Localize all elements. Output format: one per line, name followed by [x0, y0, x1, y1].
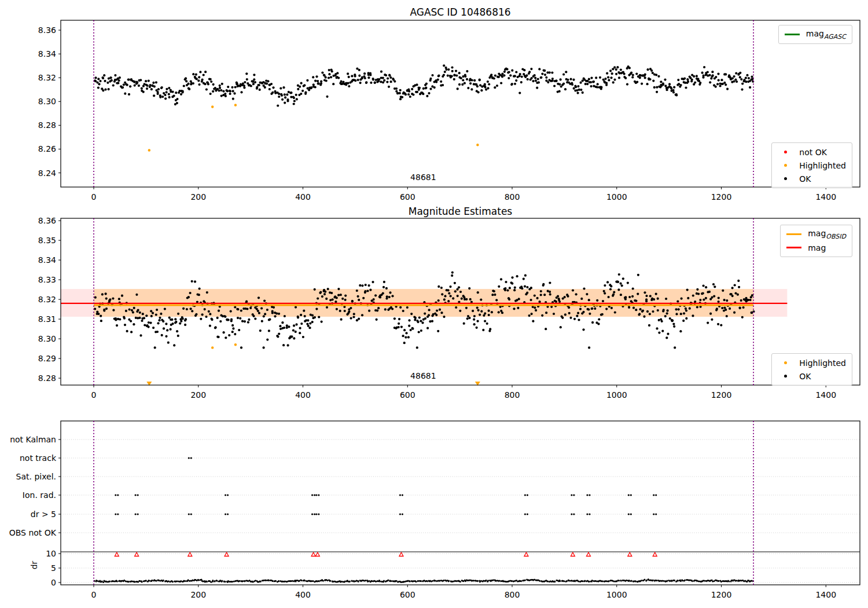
legend-label: Highlighted — [799, 358, 846, 368]
ok-point — [164, 97, 167, 100]
flag-point — [225, 513, 226, 515]
ok-point — [237, 308, 239, 310]
mag-estimates-highlighted-points — [211, 343, 237, 349]
ok-point — [748, 77, 750, 79]
ok-point — [641, 83, 643, 85]
ok-point — [358, 69, 361, 71]
ok-point — [715, 86, 717, 88]
ok-point — [264, 86, 266, 89]
ok-point — [591, 307, 593, 310]
ok-point — [347, 82, 349, 85]
ok-point — [465, 307, 468, 309]
ok-point — [227, 318, 230, 321]
ok-point — [209, 93, 212, 95]
flag-point — [630, 494, 632, 496]
ok-point — [583, 287, 585, 290]
ok-point — [703, 75, 705, 77]
legend-mag-agasc: magAGASC — [778, 25, 852, 44]
legend-mid-markers: HighlightedOK — [771, 353, 852, 386]
dr-point — [417, 580, 419, 582]
ok-point — [466, 78, 468, 80]
dr-over-threshold-marker — [571, 552, 575, 556]
x-tick-label: 1200 — [711, 390, 732, 400]
ok-point — [697, 78, 699, 80]
ok-point — [243, 86, 245, 89]
ok-point — [273, 306, 275, 309]
ok-point — [148, 321, 150, 324]
ok-point — [604, 284, 606, 287]
ok-point — [232, 98, 234, 100]
ok-point — [357, 295, 359, 298]
ok-point — [334, 301, 337, 303]
ok-point — [173, 95, 175, 97]
ok-point — [514, 83, 516, 85]
ok-point — [470, 88, 473, 90]
ok-point — [245, 72, 248, 75]
ok-point — [709, 81, 711, 83]
ok-point — [166, 329, 168, 331]
ok-point — [410, 313, 413, 315]
ok-point — [287, 344, 289, 346]
ok-point — [424, 317, 426, 320]
ok-point — [116, 324, 118, 327]
ok-point — [219, 320, 222, 323]
ok-point — [509, 74, 512, 76]
ok-point — [246, 307, 248, 310]
ok-point — [241, 320, 244, 323]
flag-point — [190, 513, 192, 515]
ok-point — [382, 292, 384, 295]
dr-point — [409, 581, 411, 583]
ok-point — [330, 76, 332, 78]
ok-point — [308, 327, 311, 329]
ok-point — [561, 317, 564, 319]
dr-point — [163, 580, 164, 581]
ok-point — [526, 292, 528, 294]
ok-point — [231, 324, 234, 327]
ok-point — [503, 74, 505, 76]
ok-point — [366, 290, 369, 292]
dr-over-threshold-marker — [135, 552, 139, 556]
ok-point — [678, 308, 680, 310]
ok-point — [567, 79, 569, 81]
highlighted-point — [476, 144, 479, 146]
ok-point — [451, 272, 454, 274]
ok-point — [735, 72, 737, 75]
dr-point — [751, 580, 753, 582]
flag-point — [314, 513, 315, 515]
panel-flags: not Kalmannot trackSat. pixel.Ion. rad.d… — [9, 421, 860, 599]
ok-point — [117, 82, 119, 84]
ok-point — [447, 300, 450, 302]
ok-point — [260, 307, 263, 309]
ok-point — [150, 88, 153, 90]
ok-point — [749, 299, 752, 301]
ok-point — [613, 291, 615, 294]
ok-point — [513, 289, 516, 291]
ok-point — [165, 335, 167, 338]
x-tick-label: 0 — [91, 390, 97, 400]
ok-point — [724, 309, 727, 311]
ok-point — [506, 68, 508, 71]
ok-point — [195, 74, 197, 76]
ok-point — [94, 80, 97, 82]
dr-point — [487, 580, 489, 581]
ok-point — [212, 90, 214, 93]
ok-point — [664, 315, 667, 317]
ok-point — [404, 93, 407, 96]
ok-point — [104, 89, 106, 91]
ok-point — [558, 301, 561, 303]
ok-point — [465, 298, 468, 301]
ok-point — [617, 288, 620, 291]
ok-point — [374, 81, 376, 83]
ok-point — [517, 307, 519, 309]
ok-point — [154, 346, 156, 349]
dr-point — [646, 580, 648, 581]
ok-point — [324, 291, 326, 293]
y-tick-label: 8.36 — [38, 25, 56, 35]
ok-point — [412, 93, 414, 96]
ok-point — [407, 336, 410, 338]
ok-point — [168, 87, 170, 89]
ok-point — [601, 313, 604, 316]
ok-point — [639, 308, 642, 310]
ok-point — [402, 310, 404, 312]
ok-point — [746, 74, 748, 76]
